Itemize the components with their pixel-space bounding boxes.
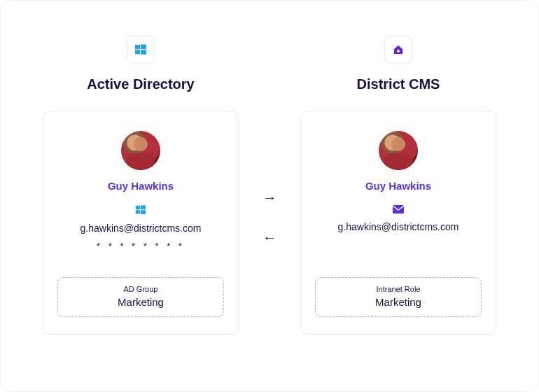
house-icon bbox=[392, 43, 405, 56]
ad-user-card: Guy Hawkins g.hawkins@districtcms.com * … bbox=[43, 111, 239, 335]
user-email: g.hawkins@districtcms.com bbox=[80, 223, 202, 234]
district-cms-column: District CMS Guy Hawkins g.hawkins@distr… bbox=[300, 36, 496, 335]
svg-rect-4 bbox=[136, 206, 140, 209]
sync-arrows: → ← bbox=[262, 190, 276, 246]
windows-icon-tile bbox=[127, 36, 155, 64]
intranet-role-box: Intranet Role Marketing bbox=[315, 277, 482, 317]
password-mask: * * * * * * * * bbox=[97, 241, 185, 251]
avatar bbox=[379, 131, 418, 170]
arrow-left-icon: ← bbox=[262, 230, 276, 246]
avatar bbox=[121, 131, 160, 170]
arrow-right-icon: → bbox=[262, 190, 276, 206]
svg-rect-9 bbox=[393, 205, 404, 214]
ad-group-box: AD Group Marketing bbox=[57, 277, 224, 317]
sync-diagram: Active Directory Guy Hawkins g.hawkins@d… bbox=[0, 0, 539, 392]
svg-rect-0 bbox=[135, 45, 140, 49]
svg-rect-6 bbox=[136, 210, 140, 214]
user-name: Guy Hawkins bbox=[365, 180, 431, 192]
windows-icon bbox=[135, 204, 146, 216]
user-name: Guy Hawkins bbox=[108, 180, 174, 192]
mail-icon bbox=[392, 204, 405, 214]
ad-heading: Active Directory bbox=[87, 76, 194, 92]
windows-icon bbox=[134, 43, 147, 56]
svg-rect-2 bbox=[135, 50, 140, 54]
ad-group-label: AD Group bbox=[58, 285, 223, 293]
active-directory-column: Active Directory Guy Hawkins g.hawkins@d… bbox=[43, 36, 239, 335]
svg-rect-5 bbox=[141, 205, 146, 209]
svg-rect-3 bbox=[141, 50, 146, 55]
cms-heading: District CMS bbox=[357, 76, 440, 92]
svg-rect-1 bbox=[141, 45, 146, 50]
svg-rect-7 bbox=[141, 210, 146, 214]
intranet-role-value: Marketing bbox=[316, 296, 481, 308]
svg-point-8 bbox=[397, 50, 400, 52]
ad-group-value: Marketing bbox=[58, 296, 223, 308]
cms-icon-tile bbox=[384, 36, 412, 64]
user-email: g.hawkins@districtcms.com bbox=[338, 221, 459, 232]
cms-user-card: Guy Hawkins g.hawkins@districtcms.com In… bbox=[300, 111, 496, 335]
intranet-role-label: Intranet Role bbox=[316, 285, 481, 293]
